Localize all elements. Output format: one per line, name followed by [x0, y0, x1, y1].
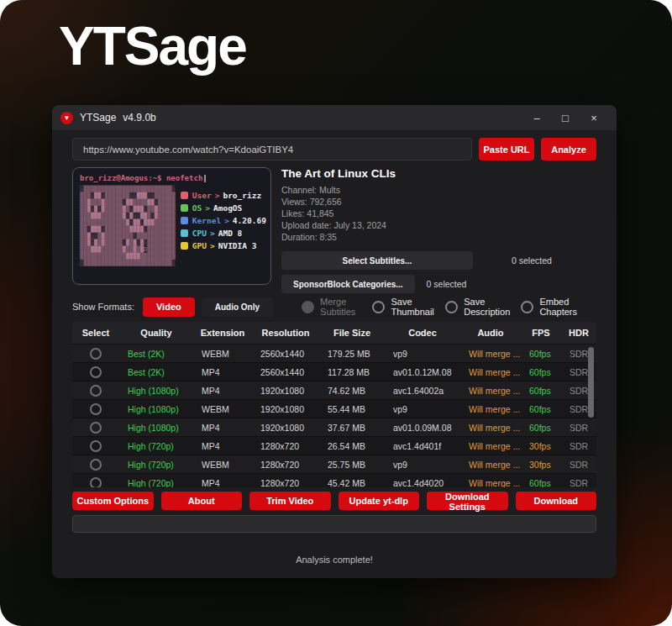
spec-label: GPU — [192, 241, 207, 250]
quality-cell: High (1080p) — [119, 423, 193, 433]
spec-label: OS — [192, 203, 202, 213]
radio-icon — [445, 301, 458, 313]
option-save-description[interactable]: Save Description — [445, 297, 521, 317]
url-input[interactable] — [72, 138, 472, 160]
row-checkbox[interactable] — [90, 422, 102, 434]
format-table: SelectQualityExtensionResolutionFile Siz… — [72, 322, 596, 487]
table-row[interactable]: Best (2K)WEBM2560x1440179.25 MBvp9Will m… — [72, 344, 596, 362]
audio-cell: Will merge ... — [460, 423, 521, 433]
column-header-audio[interactable]: Audio — [460, 328, 521, 338]
select-cell — [72, 477, 119, 488]
format-table-body: Best (2K)WEBM2560x1440179.25 MBvp9Will m… — [72, 344, 596, 487]
about-button[interactable]: About — [161, 492, 243, 510]
resolution-cell: 1920x1080 — [252, 423, 319, 433]
column-header-extension[interactable]: Extension — [193, 328, 252, 338]
column-header-select[interactable]: Select — [72, 328, 119, 338]
audio-cell: Will merge ... — [460, 460, 521, 470]
audio-only-formats-button[interactable]: Audio Only — [202, 297, 273, 317]
custom-options-button[interactable]: Custom Options — [72, 492, 154, 510]
file_size-cell: 26.54 MB — [319, 441, 385, 451]
radio-icon — [372, 301, 385, 313]
select-subtitles-button[interactable]: Select Subtitles... — [281, 251, 473, 270]
table-scrollbar-thumb[interactable] — [588, 347, 594, 418]
analyze-button[interactable]: Analyze — [541, 138, 596, 160]
column-header-file-size[interactable]: File Size — [319, 328, 385, 338]
spec-kernel: Kernel>4.20.69 — [181, 214, 266, 227]
table-row[interactable]: High (720p)MP41280x72026.54 MBavc1.4d401… — [72, 436, 596, 455]
download-button[interactable]: Download — [516, 492, 597, 510]
select-cell — [72, 366, 119, 378]
spec-os: OS>AmogOS — [181, 202, 266, 214]
fps-cell: 60fps — [521, 349, 561, 359]
os-icon — [181, 204, 188, 212]
table-row[interactable]: High (1080p)MP41920x108037.67 MBav01.0.0… — [72, 418, 596, 436]
column-header-codec[interactable]: Codec — [385, 328, 460, 338]
column-header-resolution[interactable]: Resolution — [252, 328, 319, 338]
quality-cell: High (720p) — [119, 460, 193, 470]
file_size-cell: 45.42 MB — [319, 478, 385, 488]
video-formats-button[interactable]: Video — [143, 297, 195, 317]
row-checkbox[interactable] — [90, 366, 102, 378]
table-row[interactable]: Best (2K)MP42560x1440117.28 MBav01.0.12M… — [72, 362, 596, 381]
spec-arrow-icon: > — [224, 216, 229, 225]
column-header-quality[interactable]: Quality — [119, 328, 193, 338]
extension-cell: MP4 — [193, 423, 252, 433]
option-save-thumbnail[interactable]: Save Thumbnail — [372, 297, 445, 317]
paste-url-button[interactable]: Paste URL — [479, 138, 534, 160]
column-header-hdr[interactable]: HDR — [561, 328, 596, 338]
resolution-cell: 1280x720 — [252, 478, 319, 488]
close-button[interactable]: × — [580, 107, 608, 129]
option-merge-subtitles: Merge Subtitles — [302, 297, 372, 317]
codec-cell: av01.0.09M.08 — [385, 423, 460, 433]
sponsorblock-categories-button[interactable]: SponsorBlock Categories... — [281, 275, 415, 293]
spec-label: Kernel — [192, 216, 221, 225]
row-checkbox[interactable] — [90, 403, 102, 415]
spec-gpu: GPU>NVIDIA 3 — [181, 239, 266, 252]
neofetch-specs: User>bro_rizzOS>AmogOSKernel>4.20.69CPU>… — [181, 186, 266, 266]
resolution-cell: 1920x1080 — [252, 386, 319, 396]
update-ytdlp-button[interactable]: Update yt-dlp — [339, 492, 420, 510]
hdr-cell: SDR — [561, 478, 596, 488]
column-header-fps[interactable]: FPS — [521, 328, 561, 338]
spec-value: AmogOS — [213, 203, 242, 213]
terminal-body: ░▒▒▒▒▒▒▒▒▒▒▒▒▒▒▒▒▒▒▒▒▒▒▒▒▒░ ▒▒▒░▓▓░▒▒▒▒▒… — [80, 186, 264, 266]
user-icon — [181, 192, 188, 199]
download-settings-button[interactable]: Download Settings — [427, 492, 508, 510]
table-row[interactable]: High (1080p)WEBM1920x108055.44 MBvp9Will… — [72, 399, 596, 418]
row-checkbox[interactable] — [90, 440, 102, 452]
spec-arrow-icon: > — [215, 191, 220, 200]
fps-cell: 30fps — [521, 441, 561, 451]
row-checkbox[interactable] — [90, 477, 102, 488]
ascii-art: ░▒▒▒▒▒▒▒▒▒▒▒▒▒▒▒▒▒▒▒▒▒▒▒▒▒░ ▒▒▒░▓▓░▒▒▒▒▒… — [80, 186, 176, 266]
hdr-cell: SDR — [561, 441, 596, 451]
table-row[interactable]: High (720p)WEBM1280x72025.75 MBvp9Will m… — [72, 455, 596, 473]
video-upload-date: Upload date: July 13, 2024 — [281, 219, 596, 231]
table-row[interactable]: High (720p)MP41280x72045.42 MBavc1.4d402… — [72, 473, 596, 487]
video-info-panel: The Art of Linux CLIs Channel: Mults Vie… — [281, 167, 596, 289]
fps-cell: 60fps — [521, 367, 561, 377]
gradient-backdrop: YTSage ▼ YTSage v4.9.0b – □ × Paste URL … — [0, 0, 672, 626]
option-embed-chapters[interactable]: Embed Chapters — [521, 297, 596, 317]
row-checkbox[interactable] — [90, 385, 102, 397]
row-checkbox[interactable] — [90, 459, 102, 471]
minimize-button[interactable]: – — [522, 107, 551, 129]
video-thumbnail: bro_rizz@Amogus:~$ neofetch| ░▒▒▒▒▒▒▒▒▒▒… — [72, 167, 271, 285]
window-content: Paste URL Analyze bro_rizz@Amogus:~$ neo… — [72, 130, 596, 578]
quality-cell: High (720p) — [119, 478, 193, 488]
url-row: Paste URL Analyze — [72, 138, 596, 160]
select-cell — [72, 348, 119, 360]
fps-cell: 60fps — [521, 404, 561, 414]
titlebar: ▼ YTSage v4.9.0b – □ × — [52, 105, 617, 130]
audio-cell: Will merge ... — [460, 441, 521, 451]
trim-video-button[interactable]: Trim Video — [249, 492, 331, 510]
table-row[interactable]: High (1080p)MP41920x108074.62 MBavc1.640… — [72, 381, 596, 399]
row-checkbox[interactable] — [90, 348, 102, 360]
codec-cell: av01.0.12M.08 — [385, 367, 460, 377]
fps-cell: 30fps — [521, 460, 561, 470]
audio-cell: Will merge ... — [460, 386, 521, 396]
quality-cell: Best (2K) — [119, 367, 193, 377]
select-cell — [72, 440, 119, 452]
spec-value: 4.20.69 — [233, 216, 266, 225]
maximize-button[interactable]: □ — [551, 107, 580, 129]
extension-cell: WEBM — [193, 460, 252, 470]
